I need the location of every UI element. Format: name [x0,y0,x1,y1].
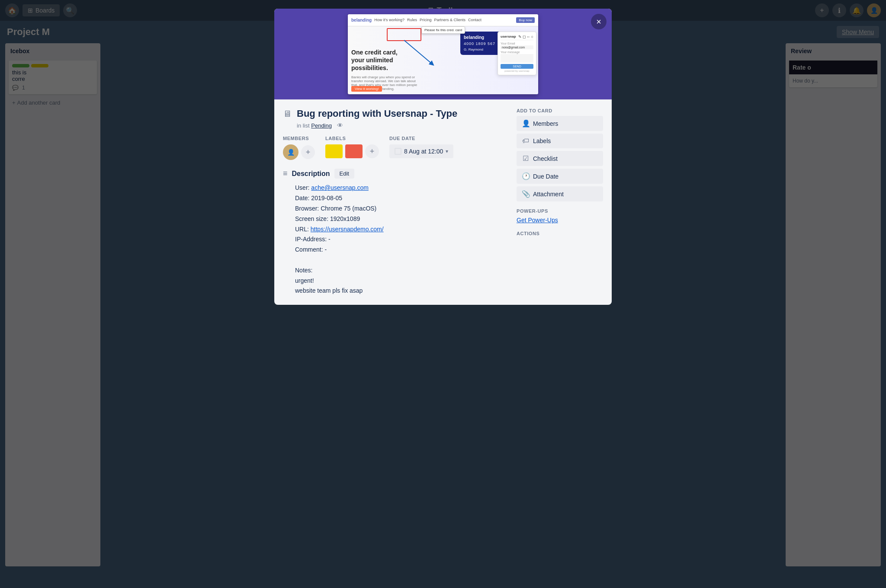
actions-label: ACTIONS [517,231,603,236]
get-power-ups-button[interactable]: Get Power-Ups [517,217,558,224]
description-section: ≡ Description Edit User: ache@usersnap.c… [283,169,508,296]
screenshot-feedback-widget: usersnap ✎ ◻ ↔ ○ Your Email nora@gmail.c… [498,32,536,75]
modal-overlay[interactable]: × belanding How it's working? Rules Pric… [0,0,886,588]
list-link[interactable]: Pending [311,122,332,129]
attachment-icon: 📎 [522,190,530,198]
user-email-link[interactable]: ache@usersnap.com [311,184,369,191]
add-attachment-button[interactable]: 📎 Attachment [517,186,603,201]
card-modal: × belanding How it's working? Rules Pric… [274,9,612,305]
modal-close-button[interactable]: × [591,14,607,29]
meta-section: MEMBERS 👤 + LABELS + [283,136,508,160]
svg-line-0 [404,40,432,64]
add-labels-button[interactable]: 🏷 Labels [517,134,603,148]
desc-date: Date: 2019-08-05 [295,193,508,204]
card-title: Bug reporting with Usersnap - Type [297,108,457,119]
modal-body: 🖥 Bug reporting with Usersnap - Type in … [274,99,612,305]
label-red-swatch[interactable] [345,144,363,158]
screenshot-content: belanding How it's working? Rules Pricin… [348,14,538,94]
due-date-checkbox[interactable] [395,148,401,155]
members-block: MEMBERS 👤 + [283,136,315,160]
add-members-button[interactable]: 👤 Members [517,116,603,131]
screenshot-headline: One credit card,your unlimitedpossibilit… [351,48,398,72]
label-yellow-swatch[interactable] [325,144,343,158]
screenshot-nav-link: How it's working? [374,18,404,22]
due-date-block: DUE DATE 8 Aug at 12:00 ▾ [389,136,453,160]
description-content: User: ache@usersnap.com Date: 2019-08-05… [295,183,508,296]
desc-screen: Screen size: 1920x1089 [295,214,508,224]
screenshot-buy-button: Buy now [516,17,535,23]
desc-notes-line1: urgent! [295,276,508,286]
power-ups-label: POWER-UPS [517,208,603,214]
chevron-down-icon: ▾ [446,148,448,154]
add-due-date-button[interactable]: 🕐 Due Date [517,169,603,184]
screenshot-nav-link: Rules [407,18,417,22]
labels-icon: 🏷 [522,137,530,145]
card-title-area: 🖥 Bug reporting with Usersnap - Type [283,108,508,119]
labels-block: LABELS + [325,136,379,160]
card-type-icon: 🖥 [283,109,292,119]
modal-main-content: 🖥 Bug reporting with Usersnap - Type in … [283,108,508,296]
labels-label: LABELS [325,136,379,141]
add-member-button[interactable]: + [301,145,315,159]
desc-notes-label: Notes: [295,265,508,276]
screenshot-logo: belanding [351,18,372,22]
desc-ip: IP-Address: - [295,234,508,245]
screenshot-nav-link: Partners & Clients [434,18,466,22]
description-edit-button[interactable]: Edit [334,169,354,179]
description-title: Description [292,170,330,178]
due-date-button[interactable]: 8 Aug at 12:00 ▾ [389,144,453,158]
add-to-card-label: ADD TO CARD [517,108,603,113]
due-date-icon: 🕐 [522,172,530,180]
desc-notes-line2: website team pls fix asap [295,286,508,296]
due-date-content: 8 Aug at 12:00 ▾ [389,144,453,158]
desc-browser: Browser: Chrome 75 (macOS) [295,204,508,214]
screenshot-nav-link: Contact [468,18,482,22]
modal-header: × belanding How it's working? Rules Pric… [274,9,612,99]
url-link[interactable]: https://usersnapdemo.com/ [311,226,384,233]
labels-content: + [325,144,379,158]
desc-comment: Comment: - [295,245,508,255]
members-label: MEMBERS [283,136,315,141]
due-date-label: DUE DATE [389,136,453,141]
member-avatar[interactable]: 👤 [283,144,299,160]
desc-user: User: ache@usersnap.com [295,183,508,193]
add-checklist-button[interactable]: ☑ Checklist [517,151,603,166]
members-content: 👤 + [283,144,315,160]
modal-sidebar: ADD TO CARD 👤 Members 🏷 Labels ☑ Checkli… [517,108,603,296]
screenshot-preview: belanding How it's working? Rules Pricin… [348,14,538,94]
description-header: ≡ Description Edit [283,169,508,179]
watch-icon: 👁 [337,122,343,129]
screenshot-nav-link: Pricing [420,18,432,22]
description-icon: ≡ [283,169,288,178]
add-label-button[interactable]: + [365,144,379,158]
desc-url: URL: https://usersnapdemo.com/ [295,224,508,235]
due-date-value: 8 Aug at 12:00 [404,148,443,155]
members-icon: 👤 [522,119,530,128]
card-list-info: in list Pending 👁 [297,122,508,129]
screenshot-navbar: belanding How it's working? Rules Pricin… [348,14,538,26]
checklist-icon: ☑ [522,154,530,163]
screenshot-arrow [391,32,434,66]
